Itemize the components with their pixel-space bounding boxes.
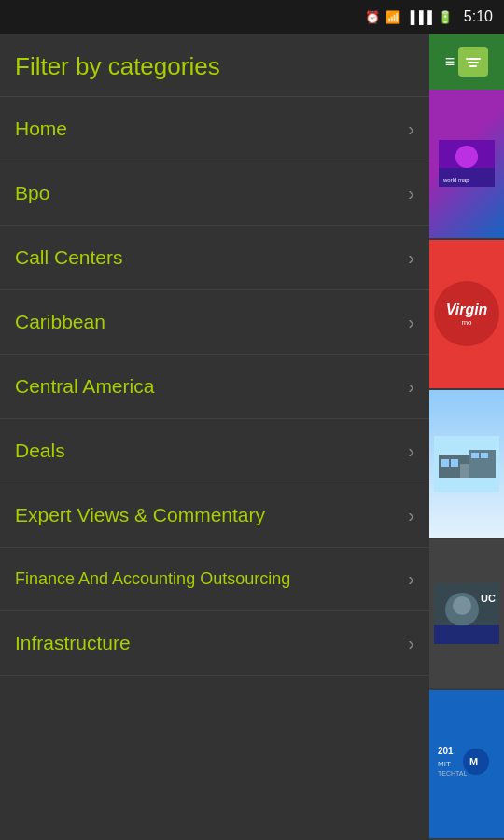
svg-text:world map: world map [442,177,469,183]
hamburger-icon: ≡ [445,52,455,72]
svg-text:UC: UC [481,593,496,604]
menu-item-finance[interactable]: Finance And Accounting Outsourcing › [0,548,429,611]
chevron-icon-finance: › [408,568,414,590]
status-bar: ⏰ 📶 ▐▐▐ 🔋 5:10 [0,0,504,34]
status-time: 5:10 [464,8,493,25]
signal-icon: ▐▐▐ [406,10,432,24]
thumbnail-list: world map Virgin mo [429,90,504,840]
svg-text:MIT: MIT [438,760,451,768]
thumbnail-2: Virgin mo [429,240,504,390]
menu-item-infrastructure[interactable]: Infrastructure › [0,611,429,676]
menu-item-central-america[interactable]: Central America › [0,355,429,419]
thumbnail-5: 201 MIT TECHTAL M [429,690,504,840]
chevron-icon-home: › [408,119,414,140]
menu-item-expert-views[interactable]: Expert Views & Commentary › [0,483,429,548]
svg-rect-14 [481,453,488,458]
app-bar-right: ≡ [429,34,504,90]
alarm-icon: ⏰ [365,10,380,24]
wifi-icon: 📶 [385,10,400,24]
svg-point-17 [453,596,471,615]
chevron-icon-infrastructure: › [408,633,414,654]
svg-point-4 [455,146,478,168]
status-icons: ⏰ 📶 ▐▐▐ 🔋 5:10 [365,8,493,25]
svg-rect-1 [468,62,479,63]
svg-rect-11 [460,464,469,478]
navigation-drawer: Filter by categories Home › Bpo › Call C… [0,34,429,840]
svg-rect-19 [434,625,499,644]
thumbnail-3 [429,390,504,540]
drawer-header: Filter by categories [0,34,429,97]
main-layout: Filter by categories Home › Bpo › Call C… [0,34,504,840]
svg-rect-2 [469,65,477,67]
menu-item-central-america-label: Central America [15,375,154,398]
chevron-icon-deals: › [408,441,414,462]
svg-rect-9 [441,459,449,467]
svg-text:201: 201 [438,746,454,756]
menu-item-call-centers-label: Call Centers [15,246,123,269]
chevron-icon-bpo: › [408,183,414,204]
menu-item-caribbean-label: Caribbean [15,311,105,333]
menu-item-bpo-label: Bpo [15,182,49,204]
menu-item-bpo[interactable]: Bpo › [0,161,429,226]
svg-rect-13 [471,453,479,458]
app-logo [458,47,488,77]
svg-rect-10 [451,459,458,467]
chevron-icon-central-america: › [408,376,414,398]
menu-item-caribbean[interactable]: Caribbean › [0,290,429,355]
thumbnail-4: UC [429,539,504,690]
drawer-menu: Home › Bpo › Call Centers › Caribbean › … [0,97,429,840]
chevron-icon-expert-views: › [408,505,414,526]
svg-text:M: M [469,756,478,767]
chevron-icon-call-centers: › [408,247,414,269]
menu-item-expert-views-label: Expert Views & Commentary [15,504,265,526]
menu-item-home[interactable]: Home › [0,97,429,161]
menu-item-deals[interactable]: Deals › [0,419,429,483]
menu-item-home-label: Home [15,118,67,140]
chevron-icon-caribbean: › [408,312,414,333]
menu-item-deals-label: Deals [15,440,65,462]
right-panel: ≡ world map Virgi [429,34,504,840]
menu-item-infrastructure-label: Infrastructure [15,632,131,654]
thumbnail-1: world map [429,90,504,240]
menu-item-finance-label: Finance And Accounting Outsourcing [15,569,290,589]
battery-icon: 🔋 [438,10,453,24]
svg-rect-0 [466,58,481,60]
svg-text:TECHTAL: TECHTAL [438,770,467,777]
menu-item-call-centers[interactable]: Call Centers › [0,226,429,290]
drawer-title: Filter by categories [15,52,220,80]
